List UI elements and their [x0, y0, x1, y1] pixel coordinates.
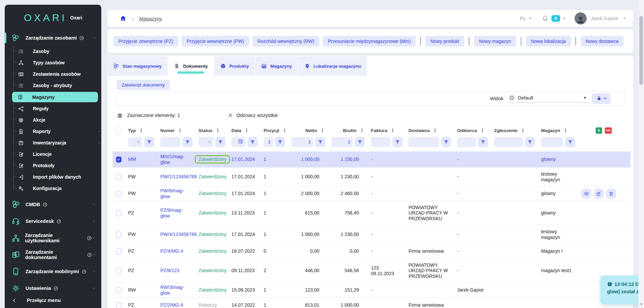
row-checkbox[interactable]: [116, 232, 121, 238]
scrollbar-down-arrow[interactable]: ▼: [640, 302, 643, 306]
filter-input-numer[interactable]: [160, 137, 180, 147]
sidebar-item-akcje[interactable]: Akcje: [5, 114, 101, 126]
approve-documents-button[interactable]: Zatwierdź dokumenty: [117, 80, 170, 90]
filter-input-typ[interactable]: ▼: [128, 137, 142, 147]
row-checkbox[interactable]: [116, 174, 121, 180]
select-all-checkbox[interactable]: [116, 127, 121, 133]
document-number-link[interactable]: PZ/4/MG-II: [160, 248, 183, 254]
document-number-link[interactable]: RW/3/mag-glow: [160, 285, 192, 296]
action-button-przyjecie-zewnetrzne-pz[interactable]: Przyjęcie zewnętrzne (PZ): [113, 36, 178, 47]
tab-dokumenty[interactable]: Dokumenty: [168, 56, 214, 76]
column-menu-button[interactable]: ⋮: [480, 128, 485, 133]
document-number-link[interactable]: PZ/2/MG-II: [160, 302, 183, 308]
filter-funnel-button-data[interactable]: [248, 137, 258, 147]
sidebar-item-raporty[interactable]: Raporty: [5, 126, 101, 137]
filter-input-dostawca[interactable]: [409, 137, 439, 147]
sidebar-section-zarzadzanie-zasobami[interactable]: Zarządzanie zasobami: [5, 31, 101, 45]
column-menu-button[interactable]: ⋮: [433, 128, 437, 133]
sidebar-item-magazyny[interactable]: Magazyny: [12, 92, 98, 102]
action-button-przesuniecie-miedzymagazynowe-mm[interactable]: Przesunięcie międzymagazynowe (Mm): [323, 36, 416, 47]
action-button-nowy-dostawca[interactable]: Nowy dostawca: [581, 36, 624, 47]
tab-stan-magazynowy[interactable]: Stan magazynowy: [107, 56, 167, 76]
breadcrumb[interactable]: Magazyny: [139, 16, 162, 21]
column-menu-button[interactable]: ⋮: [320, 128, 325, 133]
avatar[interactable]: [575, 12, 587, 24]
column-menu-button[interactable]: ⋮: [360, 128, 364, 133]
filter-funnel-button-odbiorca[interactable]: [478, 137, 488, 147]
action-button-nowa-lokalizacja[interactable]: Nowa lokalizacja: [526, 36, 571, 47]
row-checkbox[interactable]: [116, 157, 121, 163]
column-menu-button[interactable]: ⋮: [521, 128, 525, 133]
tab-magazyny[interactable]: Magazyny: [255, 56, 298, 76]
filter-input-odbiorca[interactable]: [457, 137, 476, 147]
filter-funnel-button-status[interactable]: [215, 137, 225, 147]
action-button-nowy-produkt[interactable]: Nowy produkt: [425, 36, 464, 47]
language-selector[interactable]: PL ▼: [520, 16, 532, 21]
filter-input-brutto[interactable]: ▲▼: [331, 137, 353, 147]
view-select[interactable]: Default ▼: [509, 95, 587, 103]
document-number-link[interactable]: PW/2/123456789: [160, 174, 197, 180]
filter-input-pozycji[interactable]: ▲▼: [264, 137, 273, 147]
sidebar-section-zarzadzanie-uzytkownikami[interactable]: Zarządzanie użytkownikami: [5, 230, 101, 246]
edit-row-button[interactable]: [594, 189, 604, 199]
column-menu-button[interactable]: ⋮: [282, 128, 287, 133]
column-menu-button[interactable]: ⋮: [215, 128, 220, 133]
sidebar-item-typy-zasobow[interactable]: Typy zasobów: [5, 57, 101, 68]
delete-row-button[interactable]: [606, 189, 616, 199]
filter-input-netto[interactable]: ▲▼: [291, 137, 313, 147]
sidebar-section-cmdb[interactable]: CMDB: [5, 196, 101, 213]
filter-input-status[interactable]: ▼: [199, 137, 213, 147]
sidebar-section-servicedesk[interactable]: Servicedesk: [5, 213, 101, 230]
filter-input-zgloszenie[interactable]: [494, 137, 523, 147]
filter-funnel-button-numer[interactable]: [182, 137, 193, 147]
filter-funnel-button-magazyn[interactable]: [565, 137, 575, 147]
number-stepper[interactable]: ▲▼: [268, 140, 271, 144]
filter-input-data[interactable]: [231, 137, 246, 147]
row-checkbox[interactable]: [116, 191, 121, 197]
document-number-link[interactable]: PW/6/mag-glow: [160, 188, 192, 199]
view-lock-button[interactable]: ▼: [592, 93, 611, 104]
filter-funnel-button-dostawca[interactable]: [441, 137, 451, 147]
column-menu-button[interactable]: ⋮: [563, 128, 568, 133]
scrollbar-thumb[interactable]: [639, 16, 643, 85]
action-button-rozchod-wewnetrzny-rw[interactable]: Rozchód wewnętrzny (RW): [253, 36, 319, 47]
sidebar-item-import-plikow-danych[interactable]: Import plików danych: [5, 171, 101, 183]
row-checkbox[interactable]: [116, 210, 121, 216]
column-menu-button[interactable]: ⋮: [390, 128, 395, 133]
action-button-nowy-magazyn[interactable]: Nowy magazyn: [474, 36, 516, 47]
sidebar-item-inwentaryzacja[interactable]: Inwentaryzacja: [5, 137, 101, 148]
filter-funnel-button-zgloszenie[interactable]: [525, 137, 535, 147]
action-button-przyjecie-wewnetrzne-pw[interactable]: Przyjęcie wewnętrzne (PW): [181, 36, 249, 47]
sidebar-item-reguly[interactable]: Reguły: [5, 103, 101, 114]
row-checkbox[interactable]: [116, 287, 121, 293]
sidebar-item-zestawienia-zasobow[interactable]: Zestawienia zasobów: [5, 68, 101, 80]
filter-funnel-button-pozycji[interactable]: [275, 137, 285, 147]
column-menu-button[interactable]: ⋮: [139, 128, 144, 133]
deselect-all-button[interactable]: Odznacz wszystkie: [228, 113, 278, 118]
document-number-link[interactable]: PW/4/123456789: [160, 232, 197, 237]
sidebar-section-zarzadzanie-mobilnymi[interactable]: Zarządzanie mobilnymi: [5, 263, 101, 280]
document-number-link[interactable]: PZ/8/123: [160, 268, 179, 273]
sidebar-item-konfiguracja[interactable]: Konfiguracja: [5, 183, 101, 194]
row-checkbox[interactable]: [116, 248, 121, 254]
filter-input-faktura[interactable]: [371, 137, 390, 147]
column-menu-button[interactable]: ⋮: [244, 128, 249, 133]
filter-funnel-button-faktura[interactable]: [392, 137, 402, 147]
tab-lokalizacje-magazynu[interactable]: Lokalizacje magazynu: [299, 56, 367, 76]
sidebar-item-protokoly[interactable]: Protokoły: [5, 160, 101, 171]
number-stepper[interactable]: ▲▼: [348, 140, 351, 144]
filter-funnel-button-netto[interactable]: [315, 137, 325, 147]
row-checkbox[interactable]: [116, 268, 121, 274]
home-icon[interactable]: [119, 15, 127, 22]
row-checkbox[interactable]: [116, 302, 121, 308]
tab-produkty[interactable]: Produkty: [214, 56, 255, 76]
filter-funnel-button-typ[interactable]: [144, 137, 154, 147]
sidebar-item-licencje[interactable]: Licencje: [5, 148, 101, 160]
document-number-link[interactable]: Mm/1/mag-glow: [160, 154, 192, 165]
document-number-link[interactable]: PZ/9/mag-glow: [160, 207, 192, 219]
pdf-export-icon[interactable]: PDF: [605, 127, 612, 134]
view-row-button[interactable]: [581, 189, 591, 199]
user-name[interactable]: Jarek Gąsior: [591, 16, 618, 21]
column-menu-button[interactable]: ⋮: [178, 128, 182, 133]
filter-input-magazyn[interactable]: [541, 137, 563, 147]
